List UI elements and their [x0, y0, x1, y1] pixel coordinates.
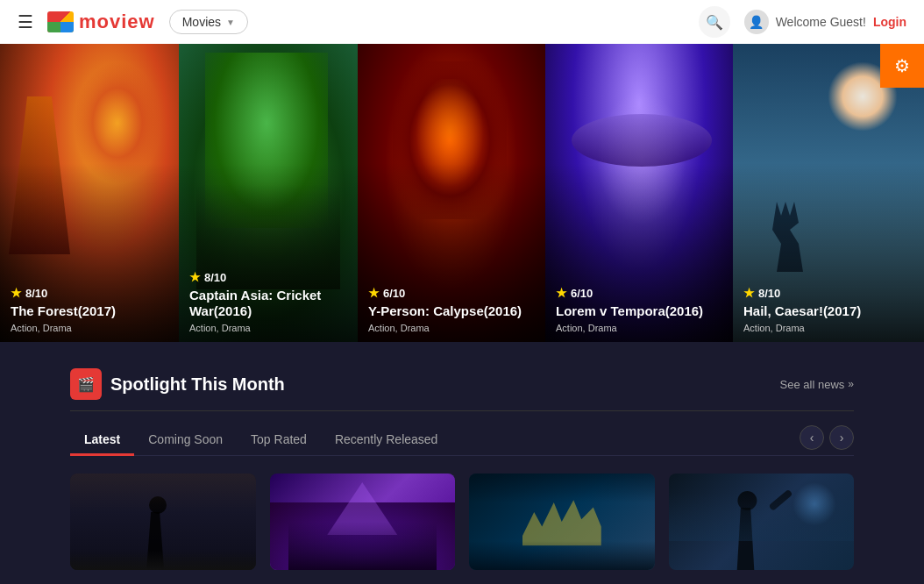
hero-genre-3: Action, Drama — [368, 323, 538, 333]
hero-card-info-4: ★ 6/10 Lorem v Tempora(2016) Action, Dra… — [556, 286, 726, 333]
star-icon-4: ★ — [556, 286, 567, 300]
movie-card-1[interactable] — [70, 474, 256, 570]
login-link[interactable]: Login — [873, 15, 906, 29]
hero-rating-2: ★ 8/10 — [189, 270, 351, 284]
hero-card-info-3: ★ 6/10 Y-Person: Calypse(2016) Action, D… — [368, 286, 538, 333]
logo-text: moview — [79, 11, 155, 33]
movies-grid — [70, 474, 854, 570]
movie-card-4[interactable] — [669, 474, 855, 570]
hero-rating-4: ★ 6/10 — [556, 286, 726, 300]
chevron-down-icon: ▼ — [226, 18, 235, 27]
tab-top-rated[interactable]: Top Rated — [237, 425, 321, 456]
hero-genre-2: Action, Drama — [189, 323, 351, 333]
hero-genre-4: Action, Drama — [556, 323, 726, 333]
section-title: Spotlight This Month — [110, 374, 285, 395]
section-header: 🎬 Spotlight This Month See all news » — [70, 368, 854, 411]
star-icon-2: ★ — [189, 270, 201, 284]
hero-title-1: The Forest(2017) — [11, 303, 172, 319]
see-all-arrows: » — [848, 378, 854, 390]
hero-rating-5: ★ 8/10 — [743, 286, 917, 300]
header: ☰ moview Movies ▼ 🔍 👤 Welcome Guest! Log… — [0, 0, 924, 44]
tab-coming-soon[interactable]: Coming Soon — [134, 425, 237, 456]
hero-genre-5: Action, Drama — [743, 323, 917, 333]
main-content: 🎬 Spotlight This Month See all news » La… — [0, 342, 924, 584]
settings-button[interactable]: ⚙ — [880, 44, 924, 88]
star-icon-5: ★ — [743, 286, 755, 300]
movie-card-3[interactable] — [469, 474, 655, 570]
hero-card-2[interactable]: ★ 8/10 Captain Asia: Cricket War(2016) A… — [179, 44, 358, 342]
hero-card-info-5: ★ 8/10 Hail, Caesar!(2017) Action, Drama — [743, 286, 917, 333]
tab-prev-button[interactable]: ‹ — [800, 425, 824, 450]
hero-card-4[interactable]: ★ 6/10 Lorem v Tempora(2016) Action, Dra… — [545, 44, 733, 342]
tabs: Latest Coming Soon Top Rated Recently Re… — [70, 425, 854, 456]
hero-genre-1: Action, Drama — [11, 323, 172, 333]
search-icon: 🔍 — [706, 14, 723, 31]
tab-next-button[interactable]: › — [829, 425, 854, 450]
gear-icon: ⚙ — [894, 55, 910, 76]
avatar: 👤 — [744, 10, 769, 34]
menu-icon[interactable]: ☰ — [18, 11, 33, 32]
tab-navigation: ‹ › — [800, 425, 854, 455]
hero-card-info-1: ★ 8/10 The Forest(2017) Action, Drama — [11, 286, 172, 333]
user-area: 👤 Welcome Guest! Login — [744, 10, 906, 34]
section-title-wrapper: 🎬 Spotlight This Month — [70, 368, 285, 400]
star-icon-3: ★ — [368, 286, 380, 300]
hero-title-3: Y-Person: Calypse(2016) — [368, 303, 538, 319]
dropdown-label: Movies — [182, 15, 221, 29]
hero-strip: ⚙ ★ 8/10 The Forest(2017) Action, Drama … — [0, 44, 924, 342]
hero-card-3[interactable]: ★ 6/10 Y-Person: Calypse(2016) Action, D… — [358, 44, 545, 342]
welcome-text: Welcome Guest! — [776, 15, 866, 29]
hero-title-4: Lorem v Tempora(2016) — [556, 303, 726, 319]
hero-card-1[interactable]: ★ 8/10 The Forest(2017) Action, Drama — [0, 44, 179, 342]
hero-card-info-2: ★ 8/10 Captain Asia: Cricket War(2016) A… — [189, 270, 351, 333]
movies-dropdown[interactable]: Movies ▼ — [169, 10, 248, 34]
spotlight-icon: 🎬 — [70, 368, 102, 400]
movie-card-2[interactable] — [270, 474, 456, 570]
see-all-link[interactable]: See all news » — [780, 378, 854, 391]
hero-rating-1: ★ 8/10 — [11, 286, 172, 300]
tab-latest[interactable]: Latest — [70, 425, 134, 456]
star-icon: ★ — [11, 286, 22, 300]
hero-rating-3: ★ 6/10 — [368, 286, 538, 300]
hero-card-5[interactable]: ★ 8/10 Hail, Caesar!(2017) Action, Drama — [733, 44, 924, 342]
logo[interactable]: moview — [47, 11, 155, 33]
tab-recently-released[interactable]: Recently Released — [321, 425, 452, 456]
logo-icon — [47, 11, 74, 32]
search-button[interactable]: 🔍 — [699, 6, 730, 38]
hero-title-2: Captain Asia: Cricket War(2016) — [189, 288, 351, 319]
hero-title-5: Hail, Caesar!(2017) — [743, 303, 917, 319]
